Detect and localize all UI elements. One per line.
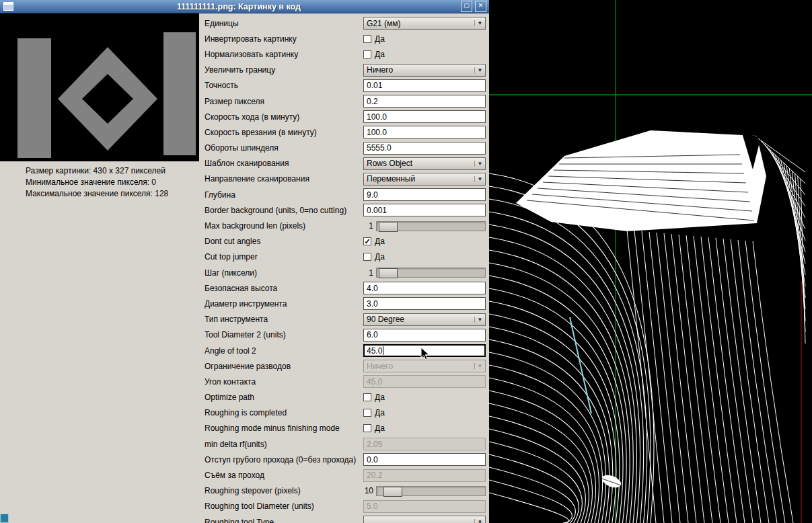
form-row: ЕдиницыG21 (мм)▼ — [199, 15, 489, 31]
titlebar[interactable]: 111111111.png: Картинку в код ▢ ✕ — [0, 0, 489, 13]
form-row: Точность0.01 — [199, 78, 489, 93]
text-input: 45.0 — [363, 375, 486, 388]
taskbar-fragment[interactable] — [0, 514, 9, 523]
field-label: Шаблон сканирования — [205, 159, 363, 168]
info-line-max: Максимальное значение пикселя: 128 — [26, 188, 168, 200]
field-label: Инвертировать картинку — [205, 34, 363, 44]
field-label: Cut top jumper — [205, 252, 363, 262]
text-input[interactable]: 0.001 — [363, 204, 486, 216]
dropdown-arrow-icon: ▼ — [474, 317, 485, 323]
field-label: Размер пикселя — [205, 97, 363, 106]
window-icon — [3, 2, 13, 11]
form-row: Размер пикселя0.2 — [199, 93, 489, 109]
form-row: Шаблон сканированияRows Object▼ — [199, 156, 489, 171]
dropdown-value: Ничего — [364, 362, 474, 371]
text-input[interactable]: 45.0 — [363, 344, 486, 357]
form-row: Angle of tool 245.0 — [199, 343, 489, 358]
field-label: Нормализовать картинку — [205, 50, 363, 59]
form-rows: ЕдиницыG21 (мм)▼Инвертировать картинкуДа… — [199, 15, 489, 523]
checkbox-label: Да — [375, 393, 385, 402]
dropdown[interactable]: ▼ — [363, 516, 486, 523]
input-value: 0.0 — [367, 455, 378, 465]
text-input[interactable]: 100.0 — [363, 126, 486, 138]
input-value: 0.01 — [367, 81, 382, 90]
backplot-viewport[interactable] — [489, 0, 812, 523]
checkbox-label: Да — [375, 237, 385, 246]
text-caret — [383, 346, 383, 355]
slider-handle[interactable] — [379, 222, 398, 232]
dropdown-arrow-icon: ▼ — [474, 161, 485, 167]
preview-image — [0, 13, 199, 161]
field-label: Max background len (pixels) — [205, 221, 363, 231]
text-input[interactable]: 3.0 — [363, 297, 486, 310]
close-button[interactable]: ✕ — [475, 1, 486, 12]
checkbox[interactable] — [363, 409, 371, 417]
checkbox[interactable] — [363, 50, 371, 58]
dropdown-value: Rows Object — [364, 159, 474, 168]
image-info: Размер картинки: 430 x 327 пикселей Мини… — [26, 165, 168, 200]
dropdown-arrow-icon: ▼ — [474, 20, 485, 26]
field-label: Roughing stepover (pixels) — [205, 486, 363, 495]
slider-value: 1 — [363, 221, 373, 231]
input-value: 6.0 — [367, 330, 378, 339]
form-row: Диаметр инструмента3.0 — [199, 296, 489, 311]
dropdown-value: 90 Degree — [364, 315, 474, 324]
field-label: Angle of tool 2 — [205, 346, 363, 356]
field-label: Roughing is completed — [205, 408, 363, 417]
input-value: 3.0 — [367, 299, 378, 309]
slider[interactable] — [376, 486, 486, 496]
form-row: Съём за проход20.2 — [199, 467, 489, 483]
screen: 111111111.png: Картинку в код ▢ ✕ Размер… — [0, 0, 812, 523]
maximize-button[interactable]: ▢ — [461, 1, 472, 12]
form-row: Отступ грубого прохода (0=без прохода)0.… — [199, 452, 489, 467]
slider[interactable] — [376, 221, 486, 231]
text-input[interactable]: 0.0 — [363, 453, 486, 466]
dropdown-arrow-icon: ▼ — [474, 67, 485, 73]
checkbox[interactable] — [363, 35, 371, 43]
field-label: Шаг (пиксели) — [205, 268, 363, 278]
checkbox[interactable] — [363, 393, 371, 401]
field-label: Border background (units, 0=no cutting) — [205, 206, 363, 215]
dropdown[interactable]: Ничего▼ — [363, 64, 486, 77]
checkbox[interactable] — [363, 253, 371, 261]
checkbox[interactable]: ✓ — [363, 237, 371, 245]
field-label: Roughing tool Type — [205, 518, 363, 523]
form-row: Нормализовать картинкуДа — [199, 46, 489, 62]
slider-value: 1 — [363, 268, 373, 278]
field-label: Roughing tool Diameter (units) — [205, 501, 363, 511]
form-row: Глубина9.0 — [199, 187, 489, 202]
text-input[interactable]: 9.0 — [363, 188, 486, 201]
text-input[interactable]: 0.2 — [363, 95, 486, 108]
input-value: 0.001 — [367, 206, 387, 215]
field-label: Dont cut angles — [205, 237, 363, 246]
field-label: Диаметр инструмента — [205, 299, 363, 309]
field-label: min delta rf(units) — [205, 440, 363, 449]
dropdown: Ничего▼ — [363, 360, 486, 372]
form-row: min delta rf(units)2.05 — [199, 436, 489, 452]
text-input[interactable]: 100.0 — [363, 110, 486, 123]
dropdown[interactable]: Rows Object▼ — [363, 157, 486, 170]
slider-handle[interactable] — [379, 268, 398, 278]
info-line-size: Размер картинки: 430 x 327 пикселей — [26, 165, 168, 177]
checkbox-label: Да — [375, 34, 385, 44]
input-value: 45.0 — [367, 377, 382, 387]
form-row: Скорость хода (в минуту)100.0 — [199, 109, 489, 124]
info-line-min: Минимальное значение пикселя: 0 — [26, 177, 168, 188]
dropdown[interactable]: 90 Degree▼ — [363, 313, 486, 326]
window-title: 111111111.png: Картинку в код — [17, 2, 461, 11]
form-row: Roughing mode minus finishing modeДа — [199, 421, 489, 436]
input-value: 5555.0 — [367, 143, 392, 153]
text-input[interactable]: 0.01 — [363, 79, 486, 92]
dropdown[interactable]: Переменный▼ — [363, 173, 486, 186]
input-value: 9.0 — [367, 190, 378, 200]
slider[interactable] — [376, 268, 486, 278]
text-input[interactable]: 6.0 — [363, 329, 486, 341]
text-input[interactable]: 5555.0 — [363, 142, 486, 155]
backplot-canvas — [489, 0, 812, 523]
slider-handle[interactable] — [383, 487, 402, 497]
dropdown[interactable]: G21 (мм)▼ — [363, 17, 486, 30]
checkbox[interactable] — [363, 424, 371, 432]
text-input[interactable]: 4.0 — [363, 282, 486, 294]
preview-diamond — [58, 47, 157, 151]
input-value: 0.2 — [367, 97, 378, 106]
